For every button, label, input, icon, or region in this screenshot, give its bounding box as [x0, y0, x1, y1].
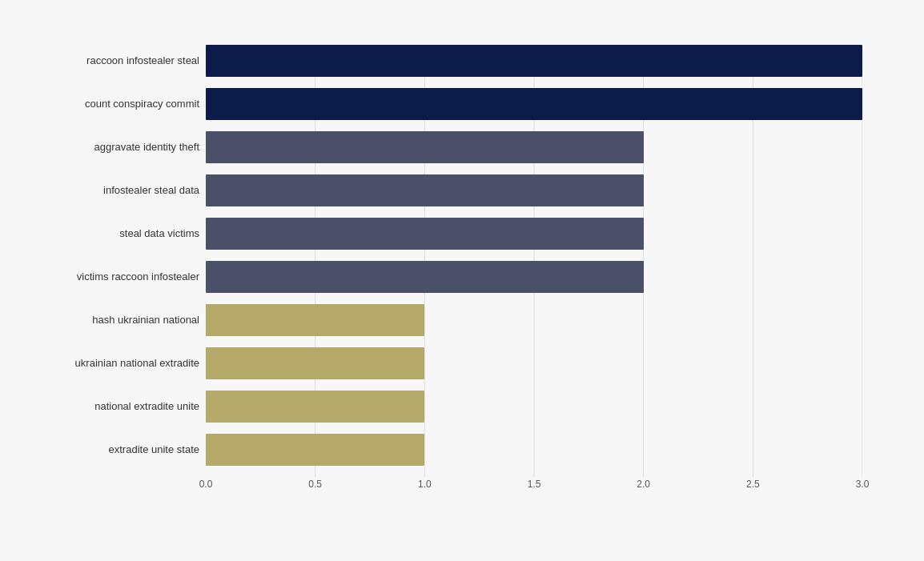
- bar-label: extradite unite state: [43, 443, 199, 455]
- x-tick-label: 2.5: [746, 479, 760, 490]
- bar: [206, 218, 644, 250]
- bar-row: aggravate identity theft: [206, 131, 862, 163]
- bar-row: count conspiracy commit: [206, 88, 862, 120]
- bar-row: ukrainian national extradite: [206, 347, 862, 379]
- bar: [206, 304, 424, 336]
- x-tick-label: 1.5: [528, 479, 541, 490]
- bar-label: hash ukrainian national: [43, 314, 199, 326]
- bar-row: victims raccoon infostealer: [206, 261, 862, 293]
- chart-container: raccoon infostealer stealcount conspirac…: [22, 13, 902, 549]
- bars-area: raccoon infostealer stealcount conspirac…: [206, 45, 862, 466]
- x-tick-label: 0.5: [308, 479, 322, 490]
- x-tick-label: 2.0: [637, 479, 650, 490]
- bar: [206, 131, 644, 163]
- bar-row: raccoon infostealer steal: [206, 45, 862, 77]
- bar-label: aggravate identity theft: [43, 141, 199, 153]
- bar: [206, 174, 644, 206]
- x-tick-label: 1.0: [418, 479, 432, 490]
- bar-row: national extradite unite: [206, 391, 862, 423]
- bar-row: steal data victims: [206, 218, 862, 250]
- bar: [206, 88, 862, 120]
- bar-label: ukrainian national extradite: [43, 357, 199, 369]
- bar: [206, 434, 424, 466]
- bar: [206, 347, 424, 379]
- bar: [206, 45, 862, 77]
- bar-label: raccoon infostealer steal: [43, 54, 199, 66]
- x-tick-label: 0.0: [199, 479, 213, 490]
- bar-label: count conspiracy commit: [43, 98, 199, 110]
- x-tick-label: 3.0: [856, 479, 870, 490]
- bar-label: steal data victims: [43, 227, 199, 239]
- bar-label: national extradite unite: [43, 400, 199, 412]
- bar-row: infostealer steal data: [206, 174, 862, 206]
- x-axis-ticks: 0.00.51.01.52.02.53.0: [206, 477, 862, 493]
- bar: [206, 261, 644, 293]
- bar-label: infostealer steal data: [43, 184, 199, 196]
- bar-row: hash ukrainian national: [206, 304, 862, 336]
- bar-row: extradite unite state: [206, 434, 862, 466]
- bar-label: victims raccoon infostealer: [43, 270, 199, 283]
- bar: [206, 391, 424, 423]
